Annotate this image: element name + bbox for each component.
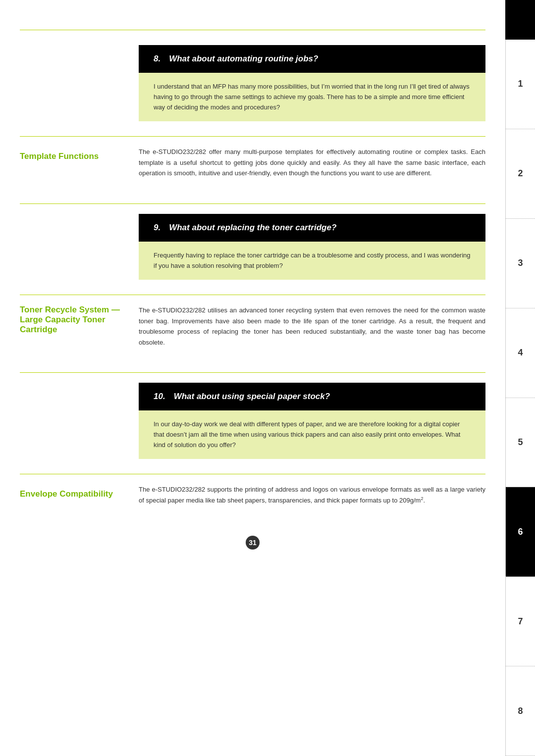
- chapter-sidebar: 1 2 3 4 5 6 7 8: [505, 40, 535, 756]
- toner-recycle-label: Toner Recycle System — Large Capacity To…: [20, 305, 139, 362]
- template-functions-section: Template Functions The e-STUDIO232/282 o…: [20, 147, 485, 193]
- answer-9-text: Frequently having to replace the toner c…: [154, 251, 471, 271]
- chapter-2[interactable]: 2: [506, 129, 535, 219]
- divider-3: [20, 295, 485, 295]
- main-content: 8. What about automating routine jobs? I…: [0, 0, 505, 579]
- superscript-2: 2: [421, 496, 423, 501]
- envelope-compat-heading: Envelope Compatibility: [20, 489, 129, 499]
- divider-2: [20, 203, 485, 204]
- chapter-4[interactable]: 4: [506, 308, 535, 398]
- question-box-8: 8. What about automating routine jobs?: [139, 45, 485, 73]
- divider-4: [20, 372, 485, 373]
- answer-10-text: In our day-to-day work we deal with diff…: [154, 419, 471, 450]
- template-functions-label: Template Functions: [20, 147, 139, 193]
- question-box-10: 10. What about using special paper stock…: [139, 383, 485, 410]
- corner-block: [505, 0, 535, 40]
- page-container: 1 2 3 4 5 6 7 8 8. What about automating…: [0, 0, 535, 756]
- page-footer: 31: [20, 536, 485, 559]
- answer-box-10: In our day-to-day work we deal with diff…: [139, 410, 485, 459]
- toner-recycle-heading: Toner Recycle System — Large Capacity To…: [20, 305, 129, 335]
- top-divider: [20, 30, 485, 30]
- divider-1: [20, 136, 485, 137]
- envelope-compat-content: The e-STUDIO232/282 supports the printin…: [139, 484, 485, 520]
- question-10-title: 10. What about using special paper stock…: [154, 392, 471, 402]
- template-functions-body: The e-STUDIO232/282 offer many multi-pur…: [139, 147, 485, 178]
- answer-box-8: I understand that an MFP has many more p…: [139, 73, 485, 121]
- template-functions-heading: Template Functions: [20, 151, 129, 161]
- question-box-9: 9. What about replacing the toner cartri…: [139, 214, 485, 242]
- answer-box-9: Frequently having to replace the toner c…: [139, 242, 485, 280]
- answer-8-text: I understand that an MFP has many more p…: [154, 82, 471, 112]
- template-functions-content: The e-STUDIO232/282 offer many multi-pur…: [139, 147, 485, 193]
- divider-5: [20, 474, 485, 474]
- question-9-title: 9. What about replacing the toner cartri…: [154, 223, 471, 233]
- chapter-7[interactable]: 7: [506, 577, 535, 666]
- chapter-1[interactable]: 1: [506, 40, 535, 129]
- chapter-8[interactable]: 8: [506, 666, 535, 756]
- toner-recycle-section: Toner Recycle System — Large Capacity To…: [20, 305, 485, 362]
- toner-recycle-content: The e-STUDIO232/282 utilises an advanced…: [139, 305, 485, 362]
- chapter-5[interactable]: 5: [506, 398, 535, 488]
- toner-recycle-body: The e-STUDIO232/282 utilises an advanced…: [139, 305, 485, 348]
- envelope-compat-label: Envelope Compatibility: [20, 484, 139, 520]
- page-number: 31: [246, 536, 260, 550]
- chapter-3[interactable]: 3: [506, 219, 535, 308]
- chapter-6-active[interactable]: 6: [506, 487, 535, 577]
- envelope-compat-section: Envelope Compatibility The e-STUDIO232/2…: [20, 484, 485, 520]
- question-8-title: 8. What about automating routine jobs?: [154, 54, 471, 64]
- envelope-compat-body: The e-STUDIO232/282 supports the printin…: [139, 484, 485, 505]
